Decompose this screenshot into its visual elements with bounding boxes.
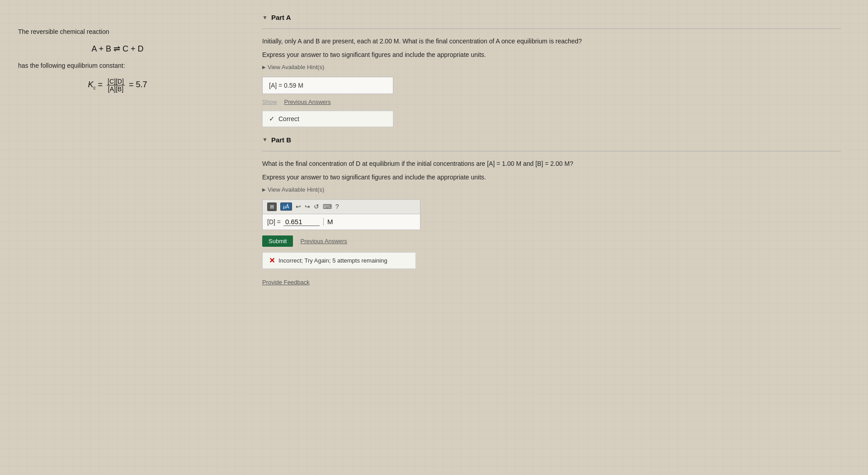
part-b-question1: What is the final concentration of D at … — [262, 159, 841, 169]
hint-triangle-icon: ▶ — [262, 65, 266, 70]
part-b-prev-answers[interactable]: Previous Answers — [300, 238, 347, 245]
correct-label: Correct — [278, 115, 299, 122]
part-a-show-label: Show — [262, 99, 277, 105]
part-a-correct-box: ✓ Correct — [262, 111, 393, 127]
correct-check-icon: ✓ — [269, 115, 275, 123]
math-unit-input[interactable] — [323, 218, 350, 226]
toolbar-matrix-btn[interactable]: ⊞ — [267, 202, 277, 211]
part-b-question2: Express your answer to two significant f… — [262, 172, 841, 182]
toolbar-mu-btn[interactable]: μÅ — [280, 202, 292, 211]
math-toolbar: ⊞ μÅ ↩ ↪ ↺ ⌨ ? — [262, 199, 420, 214]
part-a-question1: Initially, only A and B are present, eac… — [262, 36, 841, 46]
math-input-area: [D] = — [262, 214, 420, 230]
hint-b-triangle-icon: ▶ — [262, 187, 266, 192]
part-a: ▼ Part A Initially, only A and B are pre… — [262, 14, 841, 127]
kc-label: Kc — [88, 80, 98, 89]
part-a-submit-row: Show Previous Answers — [262, 99, 841, 105]
part-a-answer-box: [A] = 0.59 M — [262, 77, 393, 94]
part-b-submit-button[interactable]: Submit — [262, 235, 293, 247]
part-a-divider — [262, 28, 841, 29]
provide-feedback[interactable]: Provide Feedback — [262, 278, 841, 286]
incorrect-label: Incorrect; Try Again; 5 attempts remaini… — [278, 257, 387, 264]
part-b: ▼ Part B What is the final concentration… — [262, 136, 841, 269]
part-a-hint[interactable]: ▶ View Available Hint(s) — [262, 64, 841, 71]
part-b-hint[interactable]: ▶ View Available Hint(s) — [262, 186, 841, 193]
part-b-label: Part B — [271, 136, 291, 144]
part-b-collapse-arrow[interactable]: ▼ — [262, 136, 268, 143]
chemical-equation: A + B ⇌ C + D — [18, 44, 217, 54]
toolbar-help-icon[interactable]: ? — [335, 203, 339, 210]
part-b-incorrect-box: ✕ Incorrect; Try Again; 5 attempts remai… — [262, 252, 416, 269]
incorrect-x-icon: ✕ — [269, 256, 275, 265]
math-d-label: [D] = — [267, 218, 281, 226]
part-a-answer-value: [A] = 0.59 M — [269, 82, 303, 89]
toolbar-keyboard-icon[interactable]: ⌨ — [323, 203, 332, 210]
part-b-header: ▼ Part B — [262, 136, 841, 144]
toolbar-reset-icon[interactable]: ↺ — [314, 203, 319, 210]
part-a-header: ▼ Part A — [262, 14, 841, 21]
part-a-prev-answers[interactable]: Previous Answers — [284, 99, 331, 105]
toolbar-undo-icon[interactable]: ↩ — [296, 203, 301, 210]
part-b-submit-row: Submit Previous Answers — [262, 235, 841, 247]
right-panel: ▼ Part A Initially, only A and B are pre… — [235, 0, 868, 475]
equilibrium-constant: Kc = [C][D] [A][B] = 5.7 — [18, 78, 217, 93]
part-a-label: Part A — [271, 14, 291, 21]
kc-fraction: [C][D] [A][B] — [107, 78, 125, 93]
math-value-input[interactable] — [283, 218, 320, 226]
part-a-collapse-arrow[interactable]: ▼ — [262, 14, 268, 21]
has-text: has the following equilibrium constant: — [18, 61, 217, 71]
part-b-divider — [262, 151, 841, 151]
left-panel: The reversible chemical reaction A + B ⇌… — [0, 0, 235, 475]
part-a-question2: Express your answer to two significant f… — [262, 50, 841, 60]
toolbar-redo-icon[interactable]: ↪ — [305, 203, 310, 210]
intro-text: The reversible chemical reaction — [18, 27, 217, 37]
